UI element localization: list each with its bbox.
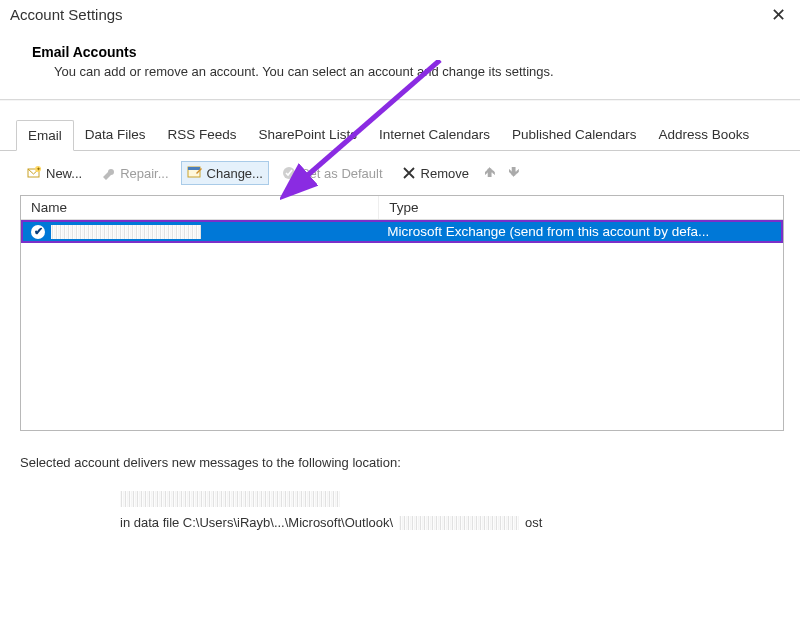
new-label: New... — [46, 166, 82, 181]
page-title: Email Accounts — [32, 44, 788, 60]
redacted-account-name — [51, 225, 201, 239]
remove-button[interactable]: Remove — [395, 161, 475, 185]
close-button[interactable]: ✕ — [767, 6, 790, 24]
change-icon — [187, 165, 203, 181]
default-account-icon: ✔ — [31, 225, 45, 239]
move-up-button: 🡹 — [481, 166, 499, 180]
new-icon: ✦ — [26, 165, 42, 181]
change-label: Change... — [207, 166, 263, 181]
repair-label: Repair... — [120, 166, 168, 181]
tab-published-calendars[interactable]: Published Calendars — [501, 120, 648, 151]
toolbar: ✦ New... Repair... Change... Set as Defa… — [0, 153, 800, 193]
tab-email[interactable]: Email — [16, 120, 74, 151]
cell-account-name: ✔ — [23, 223, 379, 241]
tab-data-files[interactable]: Data Files — [74, 120, 157, 151]
svg-rect-6 — [188, 167, 200, 170]
tab-rss-feeds[interactable]: RSS Feeds — [157, 120, 248, 151]
page-subtitle: You can add or remove an account. You ca… — [32, 64, 788, 79]
set-default-label: Set as Default — [301, 166, 383, 181]
tab-sharepoint-lists[interactable]: SharePoint Lists — [248, 120, 368, 151]
redacted-folder-name — [120, 491, 340, 507]
cell-account-type: Microsoft Exchange (send from this accou… — [379, 222, 781, 241]
column-header-type[interactable]: Type — [379, 196, 783, 219]
column-header-name[interactable]: Name — [21, 196, 379, 219]
tab-strip: Email Data Files RSS Feeds SharePoint Li… — [0, 111, 800, 151]
set-default-button: Set as Default — [275, 161, 389, 185]
accounts-table: Name Type ✔ Microsoft Exchange (send fro… — [20, 195, 784, 431]
remove-icon — [401, 165, 417, 181]
new-button[interactable]: ✦ New... — [20, 161, 88, 185]
redacted-file-name — [399, 516, 519, 530]
repair-icon — [100, 165, 116, 181]
remove-label: Remove — [421, 166, 469, 181]
move-down-button: 🡻 — [505, 166, 523, 180]
data-file-path-suffix: ost — [525, 511, 542, 536]
table-row[interactable]: ✔ Microsoft Exchange (send from this acc… — [21, 220, 783, 243]
repair-button: Repair... — [94, 161, 174, 185]
tab-internet-calendars[interactable]: Internet Calendars — [368, 120, 501, 151]
checkmark-icon — [281, 165, 297, 181]
change-button[interactable]: Change... — [181, 161, 269, 185]
window-title: Account Settings — [10, 6, 123, 23]
tab-address-books[interactable]: Address Books — [648, 120, 761, 151]
delivery-location-intro: Selected account delivers new messages t… — [20, 455, 780, 470]
data-file-path-prefix: in data file C:\Users\iRayb\...\Microsof… — [120, 511, 393, 536]
svg-text:✦: ✦ — [36, 166, 41, 172]
